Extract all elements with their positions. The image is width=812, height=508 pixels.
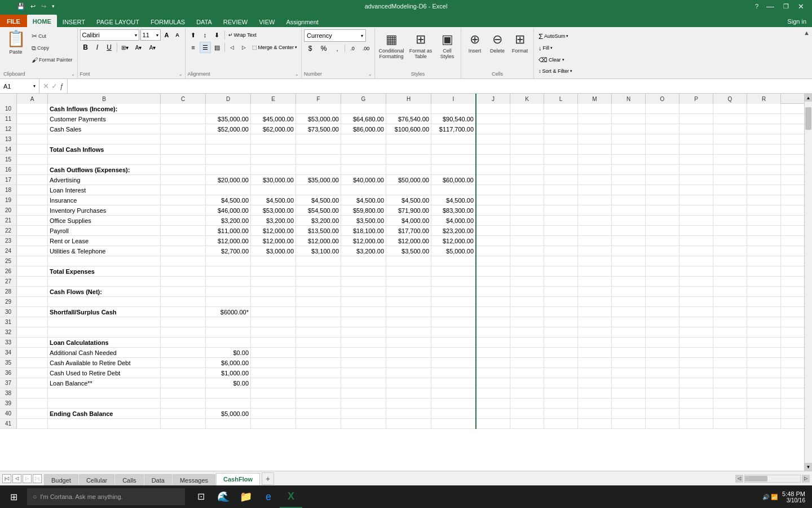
cell[interactable] [544, 398, 578, 409]
cell[interactable] [713, 317, 747, 327]
cell[interactable]: $86,000.00 [341, 124, 386, 134]
cell[interactable] [476, 195, 510, 205]
cell[interactable]: $35,000.00 [296, 175, 341, 185]
cell[interactable] [206, 185, 251, 195]
cell[interactable] [251, 155, 296, 165]
cell[interactable] [161, 348, 206, 358]
cell[interactable] [747, 124, 781, 134]
cell[interactable]: Cash Flows (Net): [48, 287, 161, 297]
cell[interactable]: $12,000.00 [251, 236, 296, 246]
task-view-button[interactable]: ⊡ [189, 485, 212, 508]
cell[interactable] [646, 266, 679, 277]
cell[interactable] [612, 144, 646, 155]
cell[interactable] [544, 256, 578, 266]
cell[interactable] [161, 388, 206, 398]
cell[interactable] [679, 277, 713, 287]
cell[interactable]: $12,000.00 [296, 236, 341, 246]
cell[interactable] [17, 155, 48, 165]
cell[interactable] [251, 307, 296, 317]
fill-button[interactable]: ↓ Fill ▾ [536, 42, 582, 54]
cell[interactable] [206, 277, 251, 287]
scroll-down-button[interactable]: ▼ [805, 463, 812, 471]
cell[interactable] [578, 165, 612, 175]
cell[interactable] [386, 256, 431, 266]
cell[interactable] [679, 266, 713, 277]
cell[interactable] [612, 419, 646, 429]
cell[interactable]: $6,000.00 [206, 358, 251, 368]
cell[interactable] [296, 348, 341, 358]
cell[interactable] [251, 277, 296, 287]
percent-button[interactable]: % [317, 43, 330, 54]
cell[interactable] [646, 287, 679, 297]
cell[interactable] [476, 307, 510, 317]
cell[interactable] [679, 358, 713, 368]
cell[interactable]: $4,000.00 [386, 216, 431, 226]
cell[interactable]: $6000.00* [206, 307, 251, 317]
cell[interactable] [612, 398, 646, 409]
cell[interactable]: $11,000.00 [206, 226, 251, 236]
align-right-button[interactable]: ▤ [211, 42, 223, 53]
cell[interactable] [679, 165, 713, 175]
cell[interactable] [578, 378, 612, 388]
cell[interactable]: Cash Available to Retire Debt [48, 358, 161, 368]
cell[interactable] [341, 256, 386, 266]
number-format-dropdown[interactable]: Currency ▾ [304, 29, 366, 42]
cell[interactable] [431, 134, 476, 144]
cell[interactable] [679, 104, 713, 114]
copy-button[interactable]: ⧉ Copy [29, 42, 75, 54]
cell[interactable] [612, 195, 646, 205]
col-header-a[interactable]: A [17, 94, 48, 104]
cell[interactable] [544, 348, 578, 358]
cell[interactable]: $90,540.00 [431, 114, 476, 124]
cell[interactable] [544, 175, 578, 185]
cell[interactable] [161, 104, 206, 114]
cell[interactable] [341, 338, 386, 348]
cell[interactable] [612, 297, 646, 307]
cell[interactable] [510, 368, 544, 378]
cut-button[interactable]: ✂ Cut [29, 30, 75, 42]
cell[interactable] [713, 277, 747, 287]
cell[interactable] [747, 256, 781, 266]
cell[interactable]: $73,500.00 [296, 124, 341, 134]
cell[interactable] [386, 277, 431, 287]
cell[interactable] [296, 378, 341, 388]
cell[interactable] [431, 256, 476, 266]
cell[interactable] [510, 205, 544, 216]
cell[interactable] [510, 175, 544, 185]
cell[interactable] [48, 327, 161, 338]
cell[interactable] [713, 144, 747, 155]
tab-scroll-first[interactable]: |◁ [2, 474, 11, 483]
cell[interactable]: $40,000.00 [341, 175, 386, 185]
sign-in-btn[interactable]: Sign in [782, 16, 812, 27]
cell[interactable] [476, 124, 510, 134]
number-expand-icon[interactable]: ⌄ [368, 72, 372, 77]
tab-home[interactable]: HOME [27, 15, 57, 27]
cell[interactable] [161, 175, 206, 185]
align-center-button[interactable]: ☰ [200, 42, 211, 53]
cell[interactable] [713, 307, 747, 317]
cell[interactable] [341, 185, 386, 195]
cell[interactable] [713, 419, 747, 429]
cell[interactable] [510, 246, 544, 256]
edge-button[interactable]: 🌊 [212, 485, 235, 508]
cell[interactable] [386, 297, 431, 307]
cell[interactable]: $64,680.00 [341, 114, 386, 124]
col-header-r[interactable]: R [747, 94, 781, 104]
cell[interactable]: Additional Cash Needed [48, 348, 161, 358]
cell[interactable]: Loan Calculatations [48, 338, 161, 348]
cell[interactable] [431, 277, 476, 287]
cell[interactable] [17, 368, 48, 378]
cell[interactable]: $4,000.00 [431, 216, 476, 226]
cancel-formula-icon[interactable]: ✕ [43, 82, 49, 90]
cell[interactable] [544, 144, 578, 155]
cell[interactable] [612, 104, 646, 114]
cell[interactable]: Customer Payments [48, 114, 161, 124]
cell[interactable] [713, 134, 747, 144]
cell[interactable] [476, 165, 510, 175]
cell[interactable] [48, 317, 161, 327]
cell[interactable] [17, 398, 48, 409]
cell[interactable] [612, 155, 646, 165]
cell[interactable] [476, 419, 510, 429]
cell[interactable] [578, 226, 612, 236]
cell[interactable] [612, 185, 646, 195]
